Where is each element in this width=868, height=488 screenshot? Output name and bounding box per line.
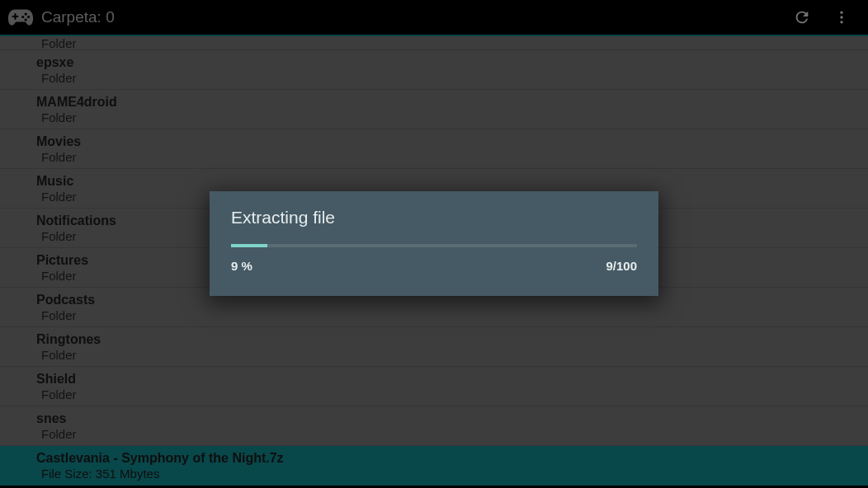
- progress-fill: [231, 244, 267, 247]
- dialog-title: Extracting file: [231, 208, 637, 228]
- progress-bar: [231, 244, 637, 247]
- progress-dialog: Extracting file 9 % 9/100: [210, 191, 658, 296]
- progress-percent: 9 %: [231, 259, 252, 273]
- progress-row: 9 % 9/100: [231, 259, 637, 273]
- progress-count: 9/100: [606, 259, 637, 273]
